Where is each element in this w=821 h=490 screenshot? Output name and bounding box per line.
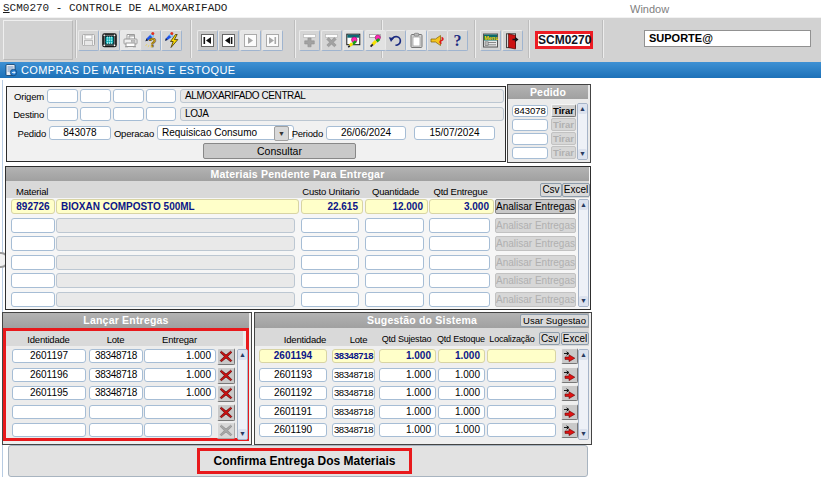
- svg-text:Menu: Menu: [484, 35, 498, 41]
- svg-text:?: ?: [149, 36, 156, 50]
- svg-text:?: ?: [454, 32, 462, 49]
